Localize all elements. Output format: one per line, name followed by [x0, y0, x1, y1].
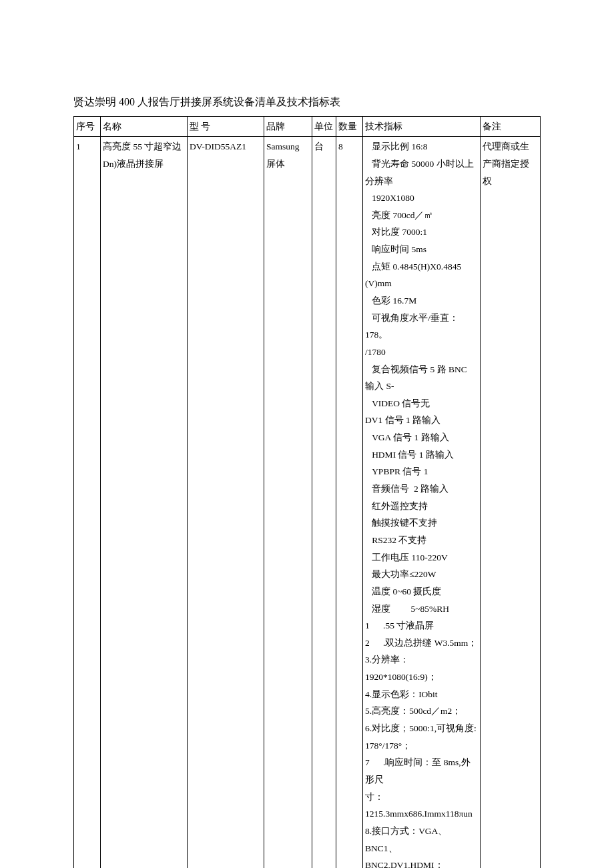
- cell-qty: 8: [336, 137, 363, 868]
- table-row: 1 高亮度 55 寸超窄边 Dn)液晶拼接屏 DV-DID55AZ1 Samsu…: [74, 137, 541, 868]
- equipment-table: 序号 名称 型 号 品牌 单位 数量 技术指标 备注 1 高亮度 55 寸超窄边…: [73, 116, 541, 868]
- cell-model: DV-DID55AZ1: [188, 137, 264, 868]
- header-spec: 技术指标: [363, 116, 481, 137]
- header-qty: 数量: [336, 116, 363, 137]
- header-model: 型 号: [188, 116, 264, 137]
- header-note: 备注: [481, 116, 541, 137]
- header-unit: 单位: [312, 116, 336, 137]
- header-brand: 品牌: [264, 116, 312, 137]
- spec-text: 显示比例 16:8 背光寿命 50000 小时以上分辨率 1920X1080 亮…: [365, 138, 478, 868]
- table-header-row: 序号 名称 型 号 品牌 单位 数量 技术指标 备注: [74, 116, 541, 137]
- header-name: 名称: [101, 116, 188, 137]
- cell-name: 高亮度 55 寸超窄边 Dn)液晶拼接屏: [101, 137, 188, 868]
- cell-brand: Samsung 屏体: [264, 137, 312, 868]
- cell-note: 代理商或生产商指定授权: [481, 137, 541, 868]
- header-seq: 序号: [74, 116, 101, 137]
- document-title: 贤达崇明 400 人报告厅拼接屏系统设备清单及技术指标表: [73, 93, 541, 111]
- cell-unit: 台: [312, 137, 336, 868]
- cell-seq: 1: [74, 137, 101, 868]
- cell-spec: 显示比例 16:8 背光寿命 50000 小时以上分辨率 1920X1080 亮…: [363, 137, 481, 868]
